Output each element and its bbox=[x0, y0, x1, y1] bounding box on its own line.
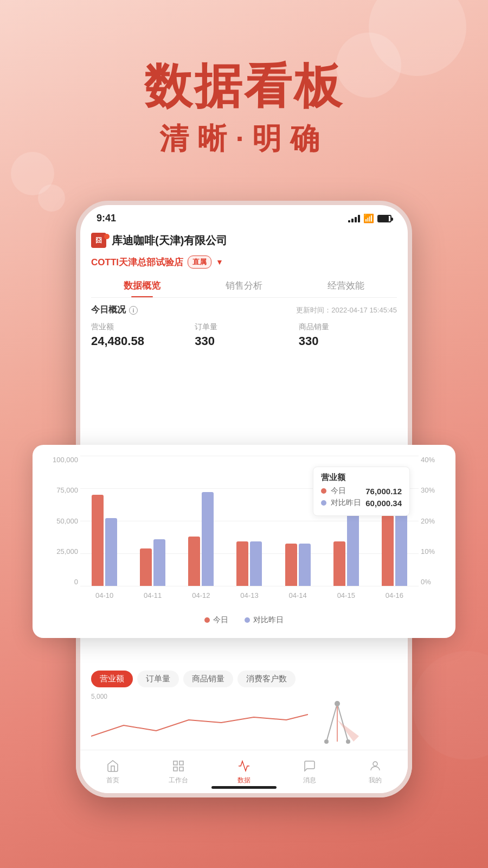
nav-message[interactable]: 消息 bbox=[277, 750, 342, 793]
tooltip-today-dot bbox=[321, 488, 326, 494]
x-axis: 04-10 04-11 04-12 04-13 04-14 04-15 04-1… bbox=[80, 591, 419, 608]
bg-circle-5 bbox=[412, 651, 488, 760]
store-icon-wrap: 囧 bbox=[91, 233, 106, 248]
legend-yesterday: 对比昨日 bbox=[245, 615, 284, 625]
wifi-icon: 📶 bbox=[363, 213, 374, 224]
status-icons: 📶 bbox=[348, 213, 391, 224]
tab-data-overview[interactable]: 数据概览 bbox=[91, 274, 193, 297]
grid-icon bbox=[171, 758, 186, 774]
stats-row: 营业额 24,480.58 订单量 330 商品销量 330 bbox=[91, 319, 397, 354]
branch-name: COTTI天津总部试验店 bbox=[91, 256, 183, 269]
bar-today-6 bbox=[382, 515, 394, 586]
bar-group-2 bbox=[188, 492, 214, 586]
tooltip-yesterday-dot bbox=[321, 500, 326, 506]
store-name: 库迪咖啡(天津)有限公司 bbox=[112, 233, 227, 248]
chart-tooltip: 营业额 今日 76,000.12 对比昨日 60,000.34 bbox=[313, 467, 410, 516]
bar-yesterday-1 bbox=[153, 539, 165, 586]
y-axis-right: 40% 30% 20% 10% 0% bbox=[421, 456, 442, 586]
stat-sales: 商品销量 330 bbox=[299, 322, 397, 348]
store-header: 囧 库迪咖啡(天津)有限公司 bbox=[91, 228, 397, 252]
bar-yesterday-3 bbox=[250, 541, 262, 586]
today-label: 今日概况 i bbox=[91, 304, 138, 316]
tab-operation-efficiency[interactable]: 经营效能 bbox=[295, 274, 397, 297]
bar-yesterday-2 bbox=[202, 492, 214, 586]
chart-legend: 今日 对比昨日 bbox=[46, 615, 442, 625]
svg-point-4 bbox=[324, 739, 329, 744]
svg-line-0 bbox=[326, 704, 337, 742]
legend-yesterday-dot bbox=[245, 617, 250, 623]
sub-tab-orders[interactable]: 订单量 bbox=[137, 671, 179, 687]
sub-tab-customers[interactable]: 消费客户数 bbox=[237, 671, 296, 687]
nav-home[interactable]: 首页 bbox=[80, 750, 146, 793]
stat-orders: 订单量 330 bbox=[195, 322, 293, 348]
user-icon bbox=[368, 758, 383, 774]
bar-group-4 bbox=[285, 544, 311, 586]
chart-area: 100,000 75,000 50,000 25,000 0 40% 30% 2… bbox=[46, 456, 442, 608]
nav-profile[interactable]: 我的 bbox=[342, 750, 408, 793]
stat-revenue: 营业额 24,480.58 bbox=[91, 322, 189, 348]
svg-point-10 bbox=[373, 762, 377, 766]
tooltip-yesterday-row: 对比昨日 60,000.34 bbox=[321, 498, 402, 508]
notification-dot bbox=[104, 234, 110, 239]
chart-icon bbox=[236, 758, 252, 774]
signal-icon bbox=[348, 215, 360, 222]
bottom-phone-section: 营业额 订单量 商品销量 消费客户数 5,000 bbox=[76, 662, 412, 797]
tab-sales-analysis[interactable]: 销售分析 bbox=[193, 274, 295, 297]
tooltip-today-row: 今日 76,000.12 bbox=[321, 486, 402, 496]
bar-yesterday-0 bbox=[105, 518, 117, 586]
svg-point-3 bbox=[335, 701, 340, 706]
info-icon[interactable]: i bbox=[129, 306, 138, 315]
sub-tab-revenue[interactable]: 营业额 bbox=[91, 671, 133, 687]
svg-line-1 bbox=[337, 704, 348, 742]
tabs-bar: 数据概览 销售分析 经营效能 bbox=[91, 274, 397, 298]
bar-group-3 bbox=[236, 541, 262, 586]
update-time: 更新时间：2022-04-17 15:45:45 bbox=[296, 305, 397, 315]
status-bar: 9:41 📶 bbox=[80, 205, 408, 228]
nav-workbench[interactable]: 工作台 bbox=[146, 750, 211, 793]
legend-today-dot bbox=[204, 617, 210, 623]
bar-yesterday-4 bbox=[299, 544, 311, 586]
home-indicator bbox=[211, 786, 277, 789]
hero-subtitle: 清晰·明确 bbox=[0, 119, 488, 159]
svg-point-5 bbox=[346, 739, 350, 744]
bar-today-2 bbox=[188, 537, 200, 586]
bg-circle-4 bbox=[38, 184, 65, 212]
bar-today-4 bbox=[285, 544, 297, 586]
legend-today: 今日 bbox=[204, 615, 228, 625]
svg-rect-6 bbox=[174, 761, 177, 765]
bar-today-5 bbox=[333, 541, 345, 586]
home-icon bbox=[105, 758, 120, 774]
bar-today-3 bbox=[236, 541, 248, 586]
bar-today-0 bbox=[92, 495, 104, 586]
svg-rect-7 bbox=[179, 761, 183, 765]
chevron-down-icon: ▼ bbox=[216, 258, 223, 266]
y-axis-left: 100,000 75,000 50,000 25,000 0 bbox=[46, 456, 78, 586]
svg-rect-8 bbox=[174, 767, 177, 771]
mini-chart: 5,000 bbox=[80, 693, 408, 758]
branch-tag: 直属 bbox=[188, 256, 211, 269]
svg-rect-9 bbox=[179, 767, 183, 771]
chart-card: 100,000 75,000 50,000 25,000 0 40% 30% 2… bbox=[33, 445, 455, 638]
bar-group-1 bbox=[140, 539, 165, 586]
today-section: 今日概况 i 更新时间：2022-04-17 15:45:45 bbox=[91, 298, 397, 319]
battery-icon bbox=[377, 215, 391, 222]
message-icon bbox=[302, 758, 317, 774]
bar-group-0 bbox=[92, 495, 117, 586]
sub-tabs: 营业额 订单量 商品销量 消费客户数 bbox=[80, 662, 408, 693]
hero-title: 数据看板 bbox=[0, 54, 488, 119]
branch-selector[interactable]: COTTI天津总部试验店 直属 ▼ bbox=[91, 252, 397, 274]
status-time: 9:41 bbox=[97, 213, 116, 224]
phone-content: 囧 库迪咖啡(天津)有限公司 COTTI天津总部试验店 直属 ▼ 数据概览 销售… bbox=[80, 228, 408, 354]
bar-today-1 bbox=[140, 548, 152, 586]
sub-tab-product-sales[interactable]: 商品销量 bbox=[183, 671, 233, 687]
